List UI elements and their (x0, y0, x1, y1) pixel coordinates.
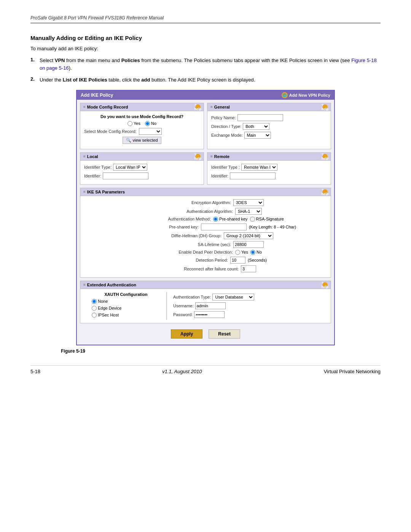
xauth-ipsec-radio[interactable] (92, 313, 97, 318)
magnifier-icon: 🔍 (126, 138, 131, 143)
username-label: Username: (173, 304, 194, 308)
direction-select[interactable]: Both (243, 123, 269, 130)
xauth-left: XAUTH Configuration None Edge Device (84, 292, 160, 320)
local-body: Identifier Type: Local Wan IP Identifier… (80, 161, 204, 184)
xauth-ipsec-text: IPSec Host (98, 313, 119, 317)
exchange-label: Exchange Mode: (211, 133, 243, 137)
reconnect-input[interactable] (241, 265, 256, 272)
exchange-select[interactable]: Main (244, 132, 271, 139)
ui-topbar-title: Add IKE Policy (81, 93, 113, 98)
remote-title: Remote (214, 154, 229, 159)
sa-lifetime-label: SA-Lifetime (sec): (147, 242, 231, 247)
radio-yes-label: Yes (134, 121, 140, 126)
ext-auth-bars-icon: ≡ (83, 283, 86, 287)
dpd-no-label: No (250, 250, 262, 255)
preshared-radio-label: Pre-shared key (213, 217, 248, 222)
xauth-edge-radio[interactable] (92, 306, 97, 311)
radio-no: No (145, 121, 156, 126)
view-selected-button[interactable]: 🔍 view selected (123, 137, 161, 144)
rsa-radio-label: RSA-Signature (250, 217, 284, 222)
general-help[interactable]: ?help (322, 104, 328, 110)
globe-icon: 🌐 (282, 92, 288, 98)
dpd-label: Enable Dead Peer Detection: (149, 250, 233, 254)
rsa-label-text: RSA-Signature (256, 217, 284, 221)
preshared-key-input[interactable] (201, 224, 247, 230)
ike-sa-help[interactable]: ?help (322, 189, 328, 195)
select-record-label: Select Mode Config Record: (84, 129, 137, 134)
select-record-row: Select Mode Config Record: (84, 128, 200, 135)
footer-right: Virtual Private Networking (324, 369, 381, 374)
mode-config-title: Mode Config Record (87, 105, 128, 109)
dpd-no-radio[interactable] (250, 250, 255, 255)
local-title: Local (87, 154, 98, 159)
local-help[interactable]: ?help (195, 154, 201, 159)
sa-lifetime-value (233, 241, 264, 248)
dpd-row: Enable Dead Peer Detection: Yes No (84, 250, 327, 255)
reset-button[interactable]: Reset (209, 329, 240, 339)
local-id-row: Identifier: (84, 173, 200, 179)
preshared-hint: (Key Length: 8 - 49 Char) (249, 225, 296, 229)
remote-help[interactable]: ?help (322, 154, 328, 159)
ui-topbar-right-text: Add New VPN Policy (289, 93, 330, 97)
reconnect-row: Reconnect after failure count: (84, 265, 327, 272)
select-record-dropdown[interactable] (139, 128, 162, 135)
local-id-input[interactable] (103, 173, 148, 179)
detection-period-row: Detection Period: (Seconds) (84, 257, 327, 264)
xauth-none-radio[interactable] (92, 299, 97, 304)
preshared-row: Pre-shared key: (Key Length: 8 - 49 Char… (84, 224, 327, 230)
xauth-edge-text: Edge Device (98, 306, 121, 310)
ike-sa-header: ≡ IKE SA Parameters ?help (80, 188, 331, 196)
password-label: Password: (173, 312, 193, 317)
mode-config-help[interactable]: ?help (195, 104, 201, 110)
general-bars-icon: ≡ (210, 105, 213, 109)
ike-sa-panel: ≡ IKE SA Parameters ?help Encryption Alg… (80, 188, 331, 278)
username-input[interactable] (195, 302, 226, 309)
rsa-radio[interactable] (250, 217, 255, 222)
figure-link-1[interactable]: Figure 5-18 on page 5-16 (40, 58, 377, 71)
username-row: Username: (173, 302, 327, 309)
step-1-num: 1. (30, 57, 37, 72)
button-row: Apply Reset (80, 326, 331, 342)
mode-config-panel: ≡ Mode Config Record ?help Do you want t… (80, 103, 204, 149)
preshared-key-label: Pre-shared key: (115, 225, 199, 229)
auth-algo-select[interactable]: SHA-1 (235, 208, 262, 215)
dpd-yes-radio[interactable] (235, 250, 240, 255)
remote-panel: ≡ Remote ?help Identifier Type : Remote … (207, 152, 331, 185)
local-panel: ≡ Local ?help Identifier Type: Local Wan… (80, 152, 204, 185)
reconnect-value (241, 265, 256, 272)
ike-bars-icon: ≡ (83, 190, 86, 194)
auth-method-row: Authentication Method: Pre-shared key RS… (84, 217, 327, 222)
remote-id-type-row: Identifier Type : Remote Wan IP (211, 164, 327, 171)
local-id-type-select[interactable]: Local Wan IP (113, 164, 147, 171)
auth-type-row: Authentication Type: User Database (173, 294, 327, 300)
local-id-label: Identifier: (84, 174, 101, 178)
ui-screenshot: Add IKE Policy 🌐 Add New VPN Policy ≡ Mo… (76, 90, 335, 345)
ext-auth-help[interactable]: ?help (322, 282, 328, 288)
bars-icon: ≡ (83, 105, 86, 109)
page-footer: 5-18 v1.1, August 2010 Virtual Private N… (30, 365, 381, 374)
auth-type-label: Authentication Type: (173, 295, 211, 299)
page-header: ProSafe Gigabit 8 Port VPN Firewall FVS3… (30, 15, 381, 23)
general-header: ≡ General ?help (207, 103, 331, 111)
password-input[interactable] (194, 311, 225, 318)
step-2-text: Under the List of IKE Policies table, cl… (40, 76, 381, 84)
radio-no-input[interactable] (145, 121, 150, 126)
encryption-row: Encryption Algorithm: 3DES (84, 199, 327, 206)
ext-auth-body: XAUTH Configuration None Edge Device (80, 289, 331, 323)
encryption-select[interactable]: 3DES (233, 199, 264, 206)
radio-yes-input[interactable] (127, 121, 132, 126)
row-2: ≡ Local ?help Identifier Type: Local Wan… (80, 152, 331, 185)
remote-id-input[interactable] (230, 173, 276, 179)
dh-group-select[interactable]: Group 2 (1024 bit) (224, 232, 273, 239)
sa-lifetime-input[interactable] (233, 241, 264, 248)
detection-period-input[interactable] (230, 257, 245, 264)
auth-type-select[interactable]: User Database (212, 294, 254, 300)
local-bars-icon: ≡ (83, 154, 86, 158)
preshared-radio[interactable] (213, 217, 218, 222)
remote-id-type-select[interactable]: Remote Wan IP (241, 164, 277, 171)
dpd-yes-text: Yes (241, 250, 248, 254)
apply-button[interactable]: Apply (171, 329, 202, 339)
ext-auth-panel: ≡ Extended Authentication ?help XAUTH Co… (80, 281, 331, 323)
ike-sa-body: Encryption Algorithm: 3DES Authenticatio… (80, 196, 331, 277)
policy-name-input[interactable] (237, 114, 283, 121)
